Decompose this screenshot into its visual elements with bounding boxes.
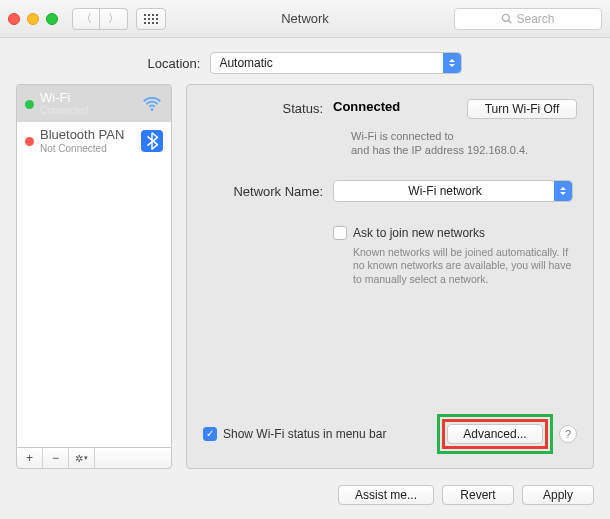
- network-name-select[interactable]: Wi-Fi network: [333, 180, 573, 202]
- body: Wi-Fi Connected Bluetooth PAN Not Conn: [0, 84, 610, 477]
- ask-to-join-label: Ask to join new networks: [353, 226, 485, 240]
- close-window-button[interactable]: [8, 13, 20, 25]
- forward-button[interactable]: 〉: [100, 8, 128, 30]
- show-wifi-status-label: Show Wi-Fi status in menu bar: [223, 427, 386, 441]
- location-row: Location: Automatic: [0, 38, 610, 84]
- network-name-value: Wi-Fi network: [408, 184, 481, 198]
- sidebar-item-wifi[interactable]: Wi-Fi Connected: [17, 85, 171, 122]
- window-title: Network: [281, 11, 329, 26]
- main-panel: Status: Connected Turn Wi-Fi Off Wi-Fi i…: [186, 84, 594, 469]
- add-service-button[interactable]: +: [17, 448, 43, 468]
- show-all-prefs-button[interactable]: [136, 8, 166, 30]
- service-list: Wi-Fi Connected Bluetooth PAN Not Conn: [16, 84, 172, 447]
- remove-service-button[interactable]: −: [43, 448, 69, 468]
- location-select[interactable]: Automatic: [210, 52, 462, 74]
- location-value: Automatic: [219, 56, 272, 70]
- ask-to-join-description: Known networks will be joined automatica…: [353, 246, 577, 287]
- sidebar: Wi-Fi Connected Bluetooth PAN Not Conn: [16, 84, 172, 469]
- advanced-button[interactable]: Advanced...: [447, 424, 543, 444]
- svg-point-2: [151, 108, 154, 111]
- ask-join-row: Ask to join new networks Known networks …: [203, 212, 577, 287]
- search-field[interactable]: Search: [454, 8, 602, 30]
- titlebar: 〈 〉 Network Search: [0, 0, 610, 38]
- ask-to-join-checkbox[interactable]: [333, 226, 347, 240]
- sidebar-item-status: Connected: [40, 105, 88, 116]
- apply-button[interactable]: Apply: [522, 485, 594, 505]
- sidebar-item-status: Not Connected: [40, 143, 124, 154]
- assist-me-button[interactable]: Assist me...: [338, 485, 434, 505]
- back-button[interactable]: 〈: [72, 8, 100, 30]
- search-icon: [501, 13, 512, 24]
- status-row: Status: Connected Turn Wi-Fi Off Wi-Fi i…: [203, 99, 577, 158]
- bottom-bar: Assist me... Revert Apply: [0, 477, 610, 519]
- location-label: Location:: [148, 56, 201, 71]
- status-label: Status:: [203, 99, 323, 116]
- status-dot-icon: [25, 137, 34, 146]
- zoom-window-button[interactable]: [46, 13, 58, 25]
- minimize-window-button[interactable]: [27, 13, 39, 25]
- sidebar-item-name: Bluetooth PAN: [40, 128, 124, 142]
- status-dot-icon: [25, 100, 34, 109]
- select-arrows-icon: [443, 53, 461, 73]
- network-name-row: Network Name: Wi-Fi network: [203, 180, 577, 202]
- turn-wifi-off-button[interactable]: Turn Wi-Fi Off: [467, 99, 577, 119]
- status-value: Connected: [333, 99, 457, 114]
- network-name-label: Network Name:: [203, 182, 323, 199]
- show-wifi-status-checkbox[interactable]: [203, 427, 217, 441]
- status-description: Wi-Fi is connected to and has the IP add…: [333, 129, 577, 158]
- service-actions-button[interactable]: ✲▾: [69, 448, 95, 468]
- search-placeholder: Search: [516, 12, 554, 26]
- sidebar-toolbar: + − ✲▾: [16, 447, 172, 469]
- window-controls: [8, 13, 58, 25]
- main-footer-row: Show Wi-Fi status in menu bar Advanced..…: [203, 414, 577, 454]
- svg-line-1: [509, 21, 512, 24]
- advanced-highlight: Advanced...: [437, 414, 553, 454]
- wifi-icon: [141, 93, 163, 115]
- sidebar-item-name: Wi-Fi: [40, 91, 88, 105]
- help-button[interactable]: ?: [559, 425, 577, 443]
- select-arrows-icon: [554, 181, 572, 201]
- revert-button[interactable]: Revert: [442, 485, 514, 505]
- nav-buttons: 〈 〉: [72, 8, 128, 30]
- sidebar-item-bluetooth-pan[interactable]: Bluetooth PAN Not Connected: [17, 122, 171, 159]
- svg-point-0: [503, 14, 510, 21]
- bluetooth-icon: [141, 130, 163, 152]
